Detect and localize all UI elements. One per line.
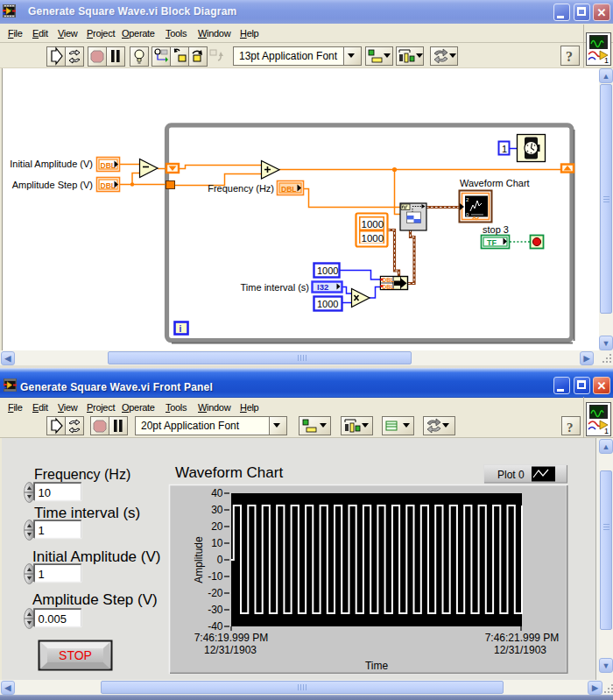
svg-text:20: 20 xyxy=(211,520,223,533)
svg-text:1000: 1000 xyxy=(317,299,338,309)
svg-text:1: 1 xyxy=(39,524,45,537)
svg-text:40: 40 xyxy=(211,487,223,499)
svg-text:30: 30 xyxy=(211,504,223,516)
svg-text:Time: Time xyxy=(365,660,389,672)
svg-text:DBL: DBL xyxy=(101,181,116,190)
svg-text:stop 3: stop 3 xyxy=(483,224,509,235)
svg-text:1000: 1000 xyxy=(317,265,338,276)
svg-text:STOP: STOP xyxy=(59,648,92,662)
svg-text:1: 1 xyxy=(604,427,609,435)
svg-text:10: 10 xyxy=(211,537,223,549)
svg-text:12/31/1903: 12/31/1903 xyxy=(494,644,546,656)
svg-text:-30: -30 xyxy=(208,604,223,616)
svg-text:20pt Application Font: 20pt Application Font xyxy=(141,420,240,432)
svg-text:I32: I32 xyxy=(317,282,328,292)
svg-text:1000: 1000 xyxy=(362,233,384,244)
svg-text:Waveform Chart: Waveform Chart xyxy=(460,178,530,188)
svg-text:DBL: DBL xyxy=(383,277,394,283)
svg-text:1: 1 xyxy=(39,568,45,581)
svg-text:Time interval (s): Time interval (s) xyxy=(241,282,309,293)
svg-text:TF: TF xyxy=(487,238,497,247)
svg-text:Amplitude: Amplitude xyxy=(193,536,205,583)
svg-text:Plot 0: Plot 0 xyxy=(497,469,525,481)
svg-text:DBL: DBL xyxy=(101,161,116,170)
svg-text:Initial Amplitude (V): Initial Amplitude (V) xyxy=(10,159,93,169)
svg-text:DBL: DBL xyxy=(281,185,296,194)
svg-text:0.005: 0.005 xyxy=(39,612,67,626)
svg-text:7:46:19.999 PM: 7:46:19.999 PM xyxy=(194,632,269,644)
svg-text:-40: -40 xyxy=(208,620,223,633)
svg-text:12/31/1903: 12/31/1903 xyxy=(204,644,257,656)
svg-text:?: ? xyxy=(566,49,573,64)
svg-text:-20: -20 xyxy=(208,587,223,599)
svg-text:Amplitude Step (V): Amplitude Step (V) xyxy=(12,180,93,190)
svg-text:DBL: DBL xyxy=(383,284,394,290)
svg-text:0: 0 xyxy=(217,554,223,566)
svg-text:-10: -10 xyxy=(208,570,223,583)
svg-text:i: i xyxy=(180,324,182,334)
svg-text:Frequency (Hz): Frequency (Hz) xyxy=(208,183,274,194)
svg-text:1: 1 xyxy=(604,56,609,65)
svg-text:?: ? xyxy=(567,421,574,435)
svg-text:1000: 1000 xyxy=(362,219,384,230)
svg-text:10: 10 xyxy=(39,486,51,499)
svg-text:1: 1 xyxy=(502,144,507,154)
svg-text:7:46:21.999 PM: 7:46:21.999 PM xyxy=(485,632,560,644)
svg-text:13pt Application Font: 13pt Application Font xyxy=(239,50,338,62)
